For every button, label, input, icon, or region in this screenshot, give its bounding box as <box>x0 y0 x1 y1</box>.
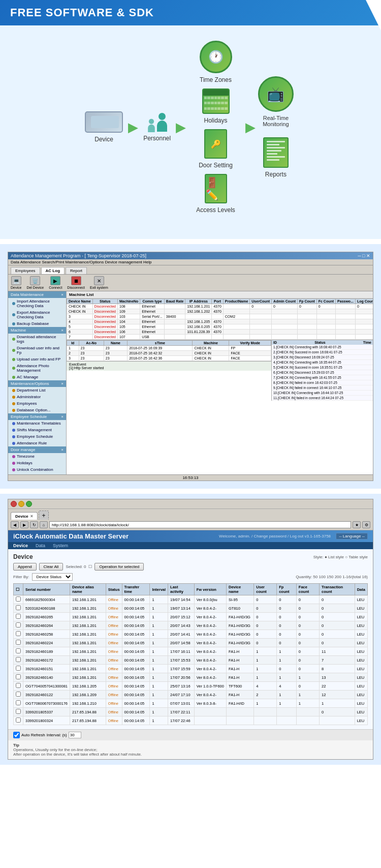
sidebar-item-timetables[interactable]: Maintenance Timetables <box>8 420 66 427</box>
tab-report[interactable]: Report <box>66 267 87 274</box>
new-tab-btn[interactable]: + <box>39 511 49 520</box>
web-row-checkbox-7[interactable] <box>16 657 21 662</box>
sidebar-item-unlock[interactable]: Unlock Combination <box>8 466 66 473</box>
url-bar[interactable]: http://192.168.1.88:8082/iclock/data/Icl… <box>49 521 351 528</box>
web-cell-4-12: 0 <box>320 630 355 639</box>
sidebar-item-ac-manage[interactable]: AC Manage <box>8 374 66 380</box>
personnel-label: Personnel <box>143 135 171 142</box>
interval-input[interactable] <box>69 732 81 738</box>
web-table-container[interactable]: ☐ Serial number Device alias name Status… <box>13 583 368 725</box>
sidebar-item-export[interactable]: Export Attendance Checking Data <box>8 309 66 320</box>
reload-btn[interactable]: ↻ <box>30 521 38 528</box>
web-row-checkbox-4[interactable] <box>16 631 21 636</box>
col-machine-no: MachineNo <box>118 299 140 304</box>
sidebar-item-access[interactable]: Access Control Privilege <box>8 473 66 474</box>
web-row-checkbox-5[interactable] <box>16 640 21 645</box>
append-btn[interactable]: Append <box>13 563 37 571</box>
home-btn[interactable]: ⌂ <box>40 521 48 528</box>
tab-employees[interactable]: Employees <box>11 267 40 274</box>
operation-btn[interactable]: Operation for selected <box>94 563 144 571</box>
app-controls[interactable]: ─ □ ✕ <box>358 253 370 258</box>
web-cell-4-5: 1 <box>150 630 168 639</box>
sidebar-section-door[interactable]: Door manage× <box>8 446 66 453</box>
auto-refresh-checkbox[interactable] <box>13 732 20 738</box>
browser-tab-active[interactable]: Device × <box>11 512 38 520</box>
sidebar-item-holidays[interactable]: Holidays <box>8 460 66 466</box>
nav-data[interactable]: Data <box>36 543 45 548</box>
events-row-0: 123232018-07-25 16:09:39CHECK INFP <box>67 346 271 351</box>
sidebar-item-timezone[interactable]: Timezone <box>8 453 66 460</box>
web-row-checkbox-12[interactable] <box>16 700 21 705</box>
offline-badge: Offline <box>108 693 118 697</box>
web-cell-14-4: 00:00:14:05 <box>122 716 150 725</box>
sidebar-item-backup[interactable]: Backup Database <box>8 320 66 327</box>
web-cell-5-9: 0 <box>254 639 277 647</box>
web-row-checkbox-11[interactable] <box>16 692 21 697</box>
web-cell-6-5: 1 <box>150 647 168 656</box>
settings-nav-btn[interactable]: ⚙ <box>362 521 370 528</box>
web-row-checkbox-9[interactable] <box>16 674 21 679</box>
language-btn[interactable]: -- Language -- <box>336 533 368 540</box>
maximize-btn[interactable] <box>26 501 32 507</box>
toolbar-disconnect-btn[interactable]: ⏹ Disconnect <box>67 276 85 289</box>
web-row-checkbox-13[interactable] <box>16 709 21 714</box>
clear-all-btn[interactable]: Clear All <box>39 563 64 571</box>
minimize-btn[interactable] <box>18 501 24 507</box>
web-row-checkbox-0[interactable] <box>16 596 21 602</box>
machine-cell-0-12 <box>336 304 356 309</box>
sidebar-section-machine[interactable]: Machine× <box>8 327 66 334</box>
web-row-checkbox-3[interactable] <box>16 622 21 627</box>
toolbar-del-device-btn[interactable]: 🗑️ Del Device <box>26 276 44 289</box>
sidebar-item-att-rule[interactable]: Attendance Rule <box>8 440 66 446</box>
machine-row-4: 5Disconnected105Ethernet192.168.0.205437… <box>67 324 373 330</box>
sidebar-item-download-user[interactable]: Download user info and Fp <box>8 345 66 356</box>
log-items: 1.[CHECK IN] Connecting with 16:08:40 07… <box>272 345 373 401</box>
app-toolbar: 💻 Device 🗑️ Del Device ▶ Connect ⏹ Disco… <box>8 275 373 291</box>
web-row-checkbox-10[interactable] <box>16 683 21 688</box>
web-cell-9-12: 13 <box>320 673 355 682</box>
web-row-checkbox-6[interactable] <box>16 648 21 653</box>
sidebar-item-shifts[interactable]: Shifts Management <box>8 427 66 433</box>
app-menubar[interactable]: Data Attendance Search/Print Maintenance… <box>8 259 373 265</box>
sidebar-item-employees[interactable]: Employees <box>8 400 66 407</box>
web-cell-13-6: 17/07 22:11 <box>168 708 195 716</box>
sidebar-section-schedule[interactable]: Employee Schedule× <box>8 413 66 420</box>
real-time-item: 📺 Real-Time Monitoring <box>256 76 296 127</box>
web-row-checkbox-8[interactable] <box>16 666 21 671</box>
bookmark-btn[interactable]: ★ <box>353 521 361 528</box>
filter-select[interactable]: Device Status <box>32 573 73 581</box>
forward-btn[interactable]: ▶ <box>20 521 28 528</box>
web-cell-6-3: Offline <box>106 647 122 656</box>
style-options[interactable]: Style: ● List style ○ Table style <box>313 555 368 559</box>
nav-system[interactable]: System <box>53 543 68 548</box>
toolbar-exit-btn[interactable]: ✕ Exit system <box>90 276 108 289</box>
toolbar-device-btn[interactable]: 💻 Device <box>11 276 21 289</box>
web-row-checkbox-14[interactable] <box>16 717 21 723</box>
web-cell-14-11 <box>296 716 319 725</box>
web-row-checkbox-1[interactable] <box>16 605 21 610</box>
web-row-checkbox-2[interactable] <box>16 614 21 619</box>
browser-tabs: Device × + <box>8 509 373 520</box>
machine-list-table-container[interactable]: Device Name Status MachineNo Comm type B… <box>67 298 373 340</box>
sidebar-item-photo[interactable]: Attendance Photo Management <box>8 363 66 374</box>
sidebar-section-data-maintenance[interactable]: Data Maintenance× <box>8 291 66 298</box>
web-cell-4-6: 20/07 14:41 <box>168 630 195 639</box>
sidebar-item-upload-user[interactable]: Upload user info and FP <box>8 356 66 363</box>
sidebar-item-db[interactable]: Database Option... <box>8 407 66 413</box>
close-btn[interactable] <box>11 501 17 507</box>
sidebar-item-emp-sched[interactable]: Employee Schedule <box>8 433 66 440</box>
sidebar-item-download-logs[interactable]: Download attendance logs <box>8 334 66 345</box>
tab-close-btn[interactable]: × <box>30 514 33 519</box>
nav-device[interactable]: Device <box>13 543 28 548</box>
web-cell-6-1: 3929182460189 <box>23 647 70 656</box>
machine-cell-0-2: 108 <box>118 304 140 309</box>
col-transfer: Transfer time <box>122 584 150 595</box>
toolbar-connect-btn[interactable]: ▶ Connect <box>49 276 62 289</box>
web-cell-10-11: 0 <box>296 682 319 691</box>
sidebar-section-maintenance[interactable]: Maintenance/Options× <box>8 380 66 387</box>
sidebar-item-import[interactable]: Import Attendance Checking Data <box>8 298 66 309</box>
back-btn[interactable]: ◀ <box>11 521 19 528</box>
tab-ac-log[interactable]: AC Log <box>41 267 65 274</box>
sidebar-item-admin[interactable]: Administrator <box>8 394 66 400</box>
sidebar-item-dept[interactable]: Department List <box>8 387 66 394</box>
